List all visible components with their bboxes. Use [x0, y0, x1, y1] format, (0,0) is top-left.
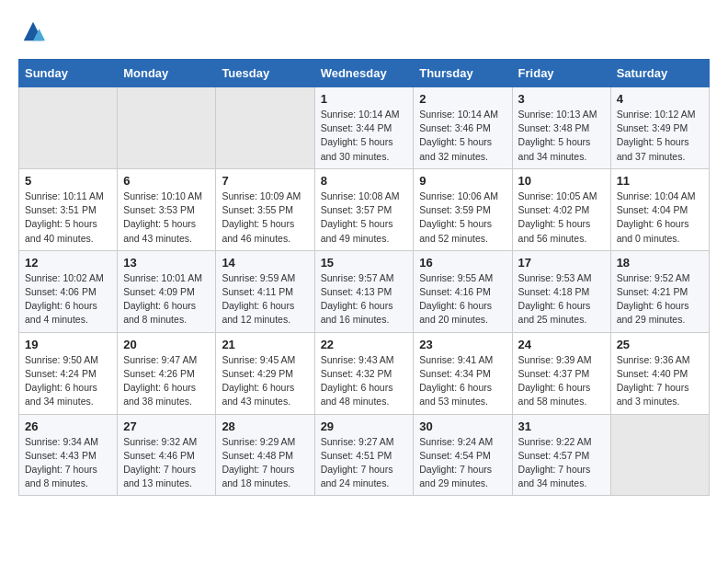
cell-content: Sunrise: 9:55 AM Sunset: 4:16 PM Dayligh…: [419, 271, 506, 327]
day-number: 26: [25, 419, 111, 433]
cell-content: Sunrise: 9:29 AM Sunset: 4:48 PM Dayligh…: [222, 435, 308, 491]
day-number: 28: [222, 419, 308, 433]
day-number: 7: [222, 174, 308, 188]
calendar-cell: 24Sunrise: 9:39 AM Sunset: 4:37 PM Dayli…: [512, 332, 610, 414]
calendar-cell: 13Sunrise: 10:01 AM Sunset: 4:09 PM Dayl…: [118, 250, 216, 332]
cell-content: Sunrise: 9:47 AM Sunset: 4:26 PM Dayligh…: [123, 353, 210, 409]
cell-content: Sunrise: 9:45 AM Sunset: 4:29 PM Dayligh…: [222, 353, 308, 409]
day-number: 17: [518, 256, 605, 270]
calendar-cell: 22Sunrise: 9:43 AM Sunset: 4:32 PM Dayli…: [314, 332, 414, 414]
cell-content: Sunrise: 10:08 AM Sunset: 3:57 PM Daylig…: [321, 190, 408, 246]
day-number: 3: [518, 92, 605, 106]
calendar-cell: 27Sunrise: 9:32 AM Sunset: 4:46 PM Dayli…: [118, 414, 216, 496]
calendar-cell: 6Sunrise: 10:10 AM Sunset: 3:53 PM Dayli…: [118, 168, 216, 250]
cell-content: Sunrise: 10:11 AM Sunset: 3:51 PM Daylig…: [25, 190, 111, 246]
day-number: 11: [617, 174, 703, 188]
day-number: 25: [617, 338, 703, 351]
day-number: 18: [617, 256, 703, 270]
calendar-cell: 21Sunrise: 9:45 AM Sunset: 4:29 PM Dayli…: [216, 332, 314, 414]
cell-content: Sunrise: 10:12 AM Sunset: 3:49 PM Daylig…: [617, 108, 703, 164]
logo: [18, 18, 46, 44]
cell-content: Sunrise: 10:05 AM Sunset: 4:02 PM Daylig…: [518, 190, 605, 246]
calendar-cell: 4Sunrise: 10:12 AM Sunset: 3:49 PM Dayli…: [610, 87, 709, 169]
cell-content: Sunrise: 9:57 AM Sunset: 4:13 PM Dayligh…: [321, 271, 408, 327]
calendar-cell: 16Sunrise: 9:55 AM Sunset: 4:16 PM Dayli…: [414, 250, 512, 332]
cell-content: Sunrise: 10:06 AM Sunset: 3:59 PM Daylig…: [419, 190, 506, 246]
calendar-cell: [216, 87, 314, 169]
calendar-week-row: 26Sunrise: 9:34 AM Sunset: 4:43 PM Dayli…: [19, 414, 710, 496]
calendar-week-row: 12Sunrise: 10:02 AM Sunset: 4:06 PM Dayl…: [19, 250, 710, 332]
cell-content: Sunrise: 9:27 AM Sunset: 4:51 PM Dayligh…: [321, 435, 408, 491]
calendar-cell: 17Sunrise: 9:53 AM Sunset: 4:18 PM Dayli…: [512, 250, 610, 332]
calendar-cell: 7Sunrise: 10:09 AM Sunset: 3:55 PM Dayli…: [216, 168, 314, 250]
day-number: 21: [222, 338, 308, 351]
calendar-cell: 18Sunrise: 9:52 AM Sunset: 4:21 PM Dayli…: [610, 250, 709, 332]
weekday-header: Thursday: [414, 60, 512, 87]
calendar-cell: 26Sunrise: 9:34 AM Sunset: 4:43 PM Dayli…: [19, 414, 118, 496]
calendar-week-row: 1Sunrise: 10:14 AM Sunset: 3:44 PM Dayli…: [19, 87, 710, 169]
cell-content: Sunrise: 9:39 AM Sunset: 4:37 PM Dayligh…: [518, 353, 605, 409]
weekday-header-row: SundayMondayTuesdayWednesdayThursdayFrid…: [19, 60, 710, 87]
cell-content: Sunrise: 9:43 AM Sunset: 4:32 PM Dayligh…: [321, 353, 408, 409]
day-number: 4: [617, 92, 703, 106]
weekday-header: Sunday: [19, 60, 118, 87]
calendar-cell: 19Sunrise: 9:50 AM Sunset: 4:24 PM Dayli…: [19, 332, 118, 414]
day-number: 27: [123, 419, 210, 433]
cell-content: Sunrise: 9:50 AM Sunset: 4:24 PM Dayligh…: [25, 353, 111, 409]
cell-content: Sunrise: 9:32 AM Sunset: 4:46 PM Dayligh…: [123, 435, 210, 491]
day-number: 31: [518, 419, 605, 433]
calendar-cell: 15Sunrise: 9:57 AM Sunset: 4:13 PM Dayli…: [314, 250, 414, 332]
day-number: 10: [518, 174, 605, 188]
cell-content: Sunrise: 9:53 AM Sunset: 4:18 PM Dayligh…: [518, 271, 605, 327]
cell-content: Sunrise: 10:14 AM Sunset: 3:46 PM Daylig…: [419, 108, 506, 164]
calendar-cell: 12Sunrise: 10:02 AM Sunset: 4:06 PM Dayl…: [19, 250, 118, 332]
day-number: 13: [123, 256, 210, 270]
cell-content: Sunrise: 10:13 AM Sunset: 3:48 PM Daylig…: [518, 108, 605, 164]
day-number: 9: [419, 174, 506, 188]
day-number: 19: [25, 338, 111, 351]
calendar-cell: 23Sunrise: 9:41 AM Sunset: 4:34 PM Dayli…: [414, 332, 512, 414]
calendar-cell: 8Sunrise: 10:08 AM Sunset: 3:57 PM Dayli…: [314, 168, 414, 250]
calendar-cell: 31Sunrise: 9:22 AM Sunset: 4:57 PM Dayli…: [512, 414, 610, 496]
weekday-header: Saturday: [610, 60, 709, 87]
day-number: 2: [419, 92, 506, 106]
day-number: 14: [222, 256, 308, 270]
calendar-cell: 25Sunrise: 9:36 AM Sunset: 4:40 PM Dayli…: [610, 332, 709, 414]
calendar-cell: [118, 87, 216, 169]
calendar-table: SundayMondayTuesdayWednesdayThursdayFrid…: [18, 59, 710, 496]
cell-content: Sunrise: 10:04 AM Sunset: 4:04 PM Daylig…: [617, 190, 703, 246]
cell-content: Sunrise: 9:24 AM Sunset: 4:54 PM Dayligh…: [419, 435, 506, 491]
weekday-header: Monday: [118, 60, 216, 87]
calendar-cell: 20Sunrise: 9:47 AM Sunset: 4:26 PM Dayli…: [118, 332, 216, 414]
weekday-header: Friday: [512, 60, 610, 87]
calendar-cell: 3Sunrise: 10:13 AM Sunset: 3:48 PM Dayli…: [512, 87, 610, 169]
calendar-cell: [610, 414, 709, 496]
day-number: 5: [25, 174, 111, 188]
calendar-cell: [19, 87, 118, 169]
cell-content: Sunrise: 9:41 AM Sunset: 4:34 PM Dayligh…: [419, 353, 506, 409]
cell-content: Sunrise: 10:14 AM Sunset: 3:44 PM Daylig…: [321, 108, 408, 164]
day-number: 20: [123, 338, 210, 351]
calendar-cell: 28Sunrise: 9:29 AM Sunset: 4:48 PM Dayli…: [216, 414, 314, 496]
day-number: 1: [321, 92, 408, 106]
weekday-header: Wednesday: [314, 60, 414, 87]
cell-content: Sunrise: 10:09 AM Sunset: 3:55 PM Daylig…: [222, 190, 308, 246]
calendar-cell: 10Sunrise: 10:05 AM Sunset: 4:02 PM Dayl…: [512, 168, 610, 250]
day-number: 8: [321, 174, 408, 188]
cell-content: Sunrise: 9:34 AM Sunset: 4:43 PM Dayligh…: [25, 435, 111, 491]
day-number: 22: [321, 338, 408, 351]
logo-icon: [20, 18, 46, 44]
cell-content: Sunrise: 9:52 AM Sunset: 4:21 PM Dayligh…: [617, 271, 703, 327]
calendar-cell: 30Sunrise: 9:24 AM Sunset: 4:54 PM Dayli…: [414, 414, 512, 496]
day-number: 16: [419, 256, 506, 270]
day-number: 15: [321, 256, 408, 270]
cell-content: Sunrise: 9:22 AM Sunset: 4:57 PM Dayligh…: [518, 435, 605, 491]
calendar-cell: 11Sunrise: 10:04 AM Sunset: 4:04 PM Dayl…: [610, 168, 709, 250]
calendar-cell: 2Sunrise: 10:14 AM Sunset: 3:46 PM Dayli…: [414, 87, 512, 169]
day-number: 6: [123, 174, 210, 188]
day-number: 23: [419, 338, 506, 351]
calendar-cell: 9Sunrise: 10:06 AM Sunset: 3:59 PM Dayli…: [414, 168, 512, 250]
cell-content: Sunrise: 10:02 AM Sunset: 4:06 PM Daylig…: [25, 271, 111, 327]
calendar-cell: 29Sunrise: 9:27 AM Sunset: 4:51 PM Dayli…: [314, 414, 414, 496]
cell-content: Sunrise: 9:36 AM Sunset: 4:40 PM Dayligh…: [617, 353, 703, 409]
